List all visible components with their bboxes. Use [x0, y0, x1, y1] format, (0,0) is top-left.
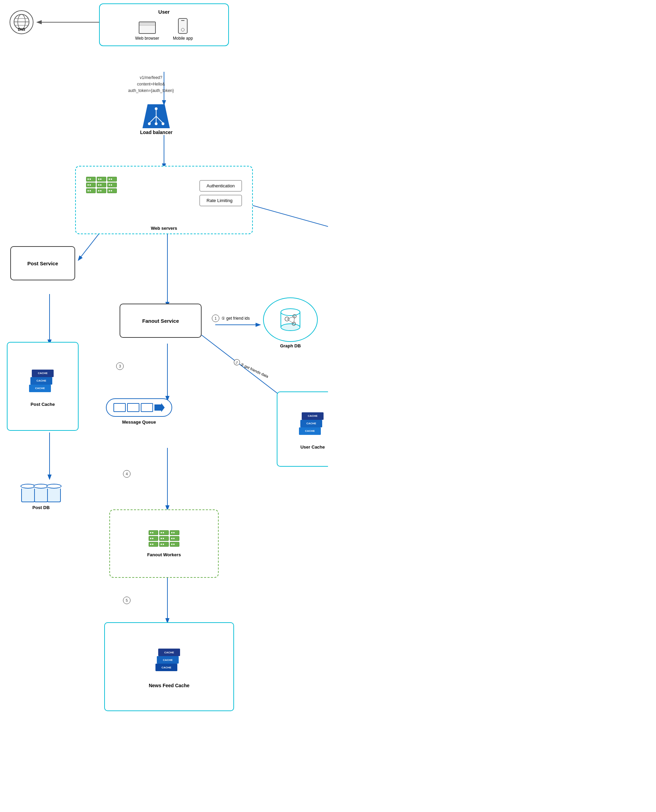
post-service-box: Post Service: [10, 246, 75, 280]
envelope-2: [127, 403, 139, 412]
envelope-3: [141, 403, 153, 412]
svg-point-28: [281, 309, 300, 316]
step4-label: 4: [123, 470, 130, 477]
svg-point-26: [155, 122, 158, 125]
api-call-label: v1/me/feed? content=Hello& auth_token={a…: [128, 74, 174, 95]
auth-rate-box: Authentication Rate Limiting: [200, 180, 242, 206]
svg-point-24: [155, 107, 158, 110]
svg-point-27: [162, 122, 164, 125]
browser-icon: [139, 22, 156, 34]
svg-line-37: [294, 316, 294, 324]
message-queue-node: Message Queue: [106, 398, 172, 425]
post-cache-box: CACHE CACHE CACHE Post Cache: [7, 342, 79, 431]
news-feed-cache-box: CACHE CACHE CACHE News Feed Cache: [104, 622, 234, 711]
user-box: User Web browser Mobile app: [99, 3, 229, 46]
envelope-1: [113, 403, 126, 412]
svg-marker-38: [155, 403, 165, 412]
load-balancer-node: Load balancer: [140, 104, 173, 135]
authentication-box: Authentication: [200, 180, 242, 191]
svg-point-31: [281, 324, 300, 331]
web-servers-box: Authentication Rate Limiting Web servers: [75, 166, 253, 234]
diagram: DNS User Web browser Mobile app v1/me/fe…: [0, 0, 328, 812]
dns-node: DNS: [9, 10, 34, 34]
step1-label: 1 ① get friend ids: [212, 315, 250, 322]
web-server-icon: [86, 177, 117, 193]
post-db-node: Post DB: [20, 477, 62, 510]
graph-db-node: Graph DB: [263, 298, 318, 349]
user-cache-box: CACHE CACHE CACHE User Cache: [277, 392, 328, 467]
step3-label: 3: [116, 363, 124, 370]
mobile-icon: [178, 18, 187, 34]
rate-limiting-box: Rate Limiting: [200, 195, 242, 206]
step5-label: 5: [123, 597, 130, 604]
fanout-workers-box: Fanout Workers: [109, 510, 219, 578]
svg-line-36: [287, 319, 294, 324]
svg-point-25: [148, 122, 151, 125]
step2-label: 2 ② get friends data: [232, 366, 270, 372]
fanout-service-box: Fanout Service: [119, 304, 201, 338]
